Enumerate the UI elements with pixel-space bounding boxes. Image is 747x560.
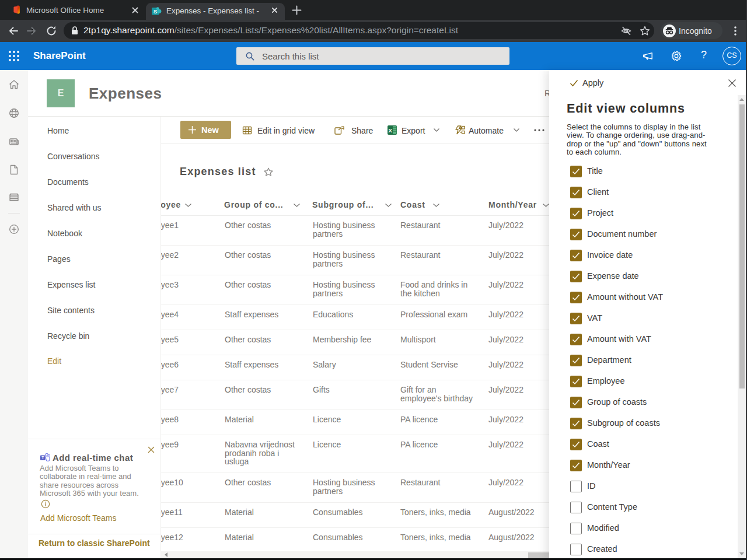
svg-text:X: X: [388, 127, 392, 134]
svg-text:T: T: [41, 456, 44, 460]
svg-text:S: S: [153, 8, 157, 15]
